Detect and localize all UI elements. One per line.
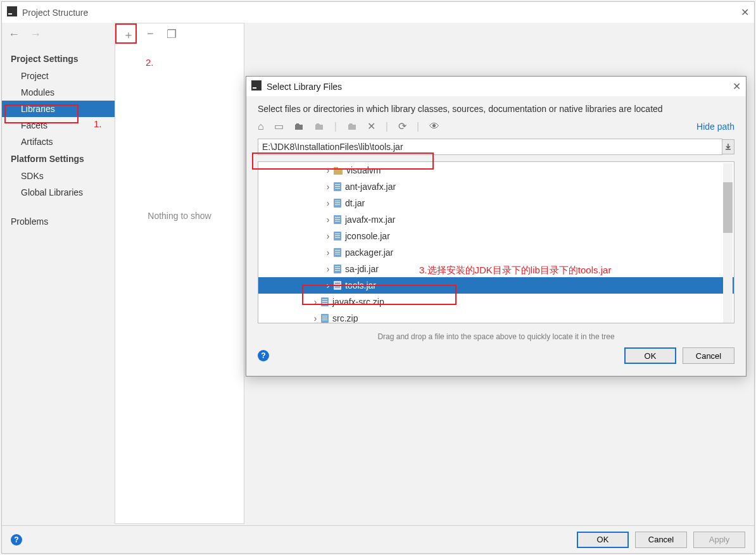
empty-label: Nothing to show [115, 211, 244, 221]
annotation-label-1: 1. [94, 118, 102, 129]
svg-rect-9 [335, 188, 340, 189]
sidebar: Project Settings Project Modules Librari… [2, 46, 115, 230]
svg-rect-20 [335, 235, 340, 236]
sidebar-item-sdks[interactable]: SDKs [2, 168, 115, 184]
close-icon[interactable]: ✕ [733, 80, 741, 92]
annotation-box-3b [302, 285, 457, 305]
apply-button[interactable]: Apply [693, 532, 745, 548]
remove-icon[interactable]: − [147, 27, 154, 42]
svg-rect-8 [335, 186, 340, 187]
svg-rect-7 [335, 184, 340, 185]
folder2-icon[interactable]: 🖿 [347, 121, 357, 132]
tree-scrollbar[interactable] [723, 163, 733, 323]
intellij-icon [7, 6, 17, 19]
refresh-icon[interactable]: ⟳ [398, 120, 406, 132]
svg-rect-11 [335, 201, 340, 201]
svg-rect-17 [335, 221, 340, 221]
scrollbar-thumb[interactable] [723, 182, 733, 233]
close-icon[interactable]: ✕ [741, 6, 749, 18]
annotation-box-1 [4, 104, 79, 123]
sidebar-item-problems[interactable]: Problems [2, 213, 115, 230]
svg-rect-25 [335, 254, 340, 254]
show-hidden-icon[interactable]: 👁 [429, 121, 439, 132]
svg-rect-41 [322, 320, 327, 320]
sidebar-item-project[interactable]: Project [2, 68, 115, 84]
svg-rect-21 [335, 237, 340, 238]
svg-rect-40 [322, 318, 327, 318]
desktop-icon[interactable]: ▭ [274, 120, 284, 132]
svg-rect-1 [8, 13, 12, 15]
svg-rect-13 [335, 204, 340, 205]
svg-rect-24 [335, 252, 340, 253]
project-settings-heading: Project Settings [2, 50, 115, 68]
annotation-box-2 [115, 23, 137, 44]
download-icon[interactable] [722, 139, 734, 154]
tree-item-jconsole[interactable]: ›jconsole.jar [258, 228, 734, 244]
intellij-icon [251, 80, 261, 93]
annotation-label-3: 3.选择安装的JDK目录下的lib目录下的tools.jar [419, 265, 611, 277]
dialog-cancel-button[interactable]: Cancel [683, 347, 734, 364]
svg-rect-27 [335, 266, 340, 267]
sidebar-item-modules[interactable]: Modules [2, 84, 115, 101]
svg-rect-23 [335, 250, 340, 251]
svg-rect-12 [335, 203, 340, 203]
drag-drop-hint: Drag and drop a file into the space abov… [258, 330, 734, 344]
tree-item-src[interactable]: ›src.zip [258, 310, 734, 323]
help-icon[interactable]: ? [11, 534, 22, 546]
back-arrow-icon[interactable]: ← [8, 28, 20, 41]
svg-rect-28 [335, 268, 340, 269]
main-footer: ? OK Cancel Apply [2, 525, 754, 553]
hide-path-link[interactable]: Hide path [696, 122, 734, 132]
tree-item-javafx-mx[interactable]: ›javafx-mx.jar [258, 211, 734, 228]
help-icon[interactable]: ? [258, 350, 269, 361]
ok-button[interactable]: OK [577, 532, 629, 548]
annotation-label-2: 2. [146, 57, 154, 68]
annotation-box-3a [252, 153, 434, 170]
platform-settings-heading: Platform Settings [2, 150, 115, 168]
select-library-dialog: Select Library Files ✕ Select files or d… [246, 76, 747, 377]
tree-item-dt[interactable]: ›dt.jar [258, 195, 734, 211]
home-icon[interactable]: ⌂ [258, 121, 264, 132]
svg-rect-0 [7, 6, 17, 16]
copy-icon[interactable]: ❐ [167, 27, 177, 42]
svg-rect-15 [335, 217, 340, 218]
svg-rect-3 [253, 87, 256, 89]
dialog-toolbar: ⌂ ▭ 🖿 🖿 | 🖿 ✕ | ⟳ | 👁 Hide path [258, 120, 734, 132]
svg-rect-19 [335, 234, 340, 234]
new-folder-icon[interactable]: 🖿 [314, 121, 324, 132]
main-title-bar: Project Structure ✕ [2, 2, 754, 23]
tree-item-ant-javafx[interactable]: ›ant-javafx.jar [258, 178, 734, 195]
delete-icon[interactable]: ✕ [367, 120, 375, 132]
forward-arrow-icon[interactable]: → [30, 28, 41, 41]
svg-rect-29 [335, 270, 340, 271]
dialog-title-bar: Select Library Files ✕ [246, 77, 746, 96]
dialog-ok-button[interactable]: OK [624, 347, 676, 364]
dialog-title: Select Library Files [267, 82, 342, 92]
svg-rect-2 [251, 80, 261, 90]
sidebar-item-global-libraries[interactable]: Global Libraries [2, 184, 115, 201]
svg-rect-31 [335, 283, 340, 284]
window-title: Project Structure [22, 8, 88, 18]
dialog-description: Select files or directories in which lib… [258, 104, 734, 114]
folder-icon[interactable]: 🖿 [294, 121, 304, 132]
libraries-list-panel: ＋ − ❐ Nothing to show [115, 23, 244, 524]
svg-rect-39 [322, 316, 327, 316]
svg-rect-16 [335, 219, 340, 220]
tree-item-packager[interactable]: ›packager.jar [258, 244, 734, 261]
sidebar-item-artifacts[interactable]: Artifacts [2, 134, 115, 150]
cancel-button[interactable]: Cancel [635, 532, 687, 548]
nav-arrows: ← → [2, 23, 115, 46]
